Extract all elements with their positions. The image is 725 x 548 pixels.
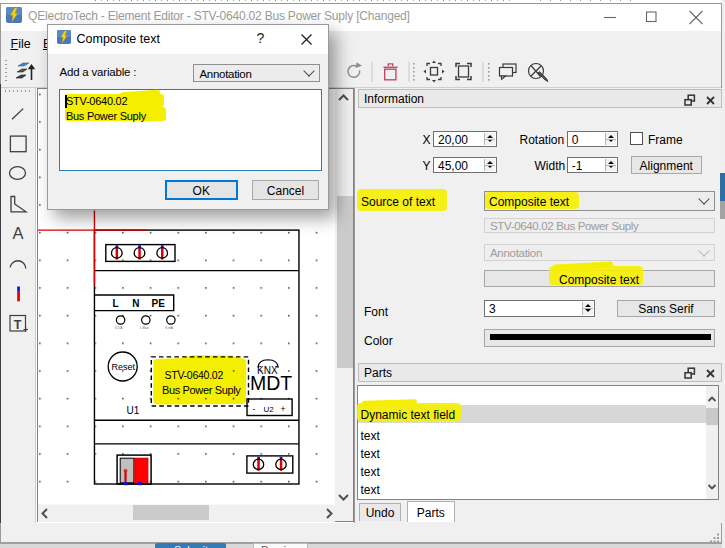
svg-text:U1: U1 bbox=[126, 405, 139, 416]
svg-text:6.3 A: 6.3 A bbox=[115, 326, 123, 330]
svg-text:Bus Power Suply: Bus Power Suply bbox=[162, 384, 241, 396]
svg-text:6 mA: 6 mA bbox=[165, 326, 173, 330]
svg-text:A: A bbox=[12, 224, 23, 242]
svg-text:T: T bbox=[14, 318, 22, 332]
svg-text:L: L bbox=[112, 298, 118, 309]
svg-text:U2: U2 bbox=[263, 405, 274, 414]
svg-text:Reset: Reset bbox=[111, 362, 135, 372]
svg-text:PE: PE bbox=[151, 298, 165, 309]
svg-text:L Max: L Max bbox=[140, 326, 149, 330]
svg-text:STV-0640.02: STV-0640.02 bbox=[164, 369, 223, 381]
svg-text:+: + bbox=[280, 404, 285, 414]
svg-text:-: - bbox=[252, 404, 255, 414]
svg-text:N: N bbox=[132, 298, 139, 309]
svg-text:MDT: MDT bbox=[250, 372, 292, 394]
